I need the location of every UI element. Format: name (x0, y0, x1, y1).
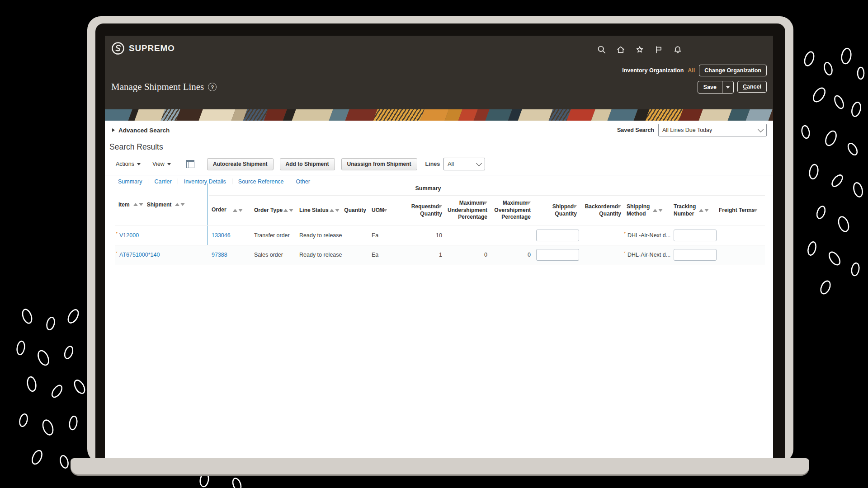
sort-arrows-icon[interactable] (133, 203, 143, 206)
change-organization-button[interactable]: Change Organization (699, 65, 767, 76)
sort-arrows-icon[interactable] (283, 209, 293, 212)
sort-descending-icon[interactable] (753, 209, 758, 212)
sort-descending-icon[interactable] (483, 202, 487, 205)
sort-arrows-icon[interactable] (330, 209, 340, 212)
doodle-ellipse (833, 94, 845, 110)
column-header-max_undershipment[interactable]: MaximumUndershipmentPercentage (445, 200, 490, 221)
column-header-lines: ShippingMethod (627, 203, 650, 217)
sort-descending-icon[interactable] (383, 209, 387, 212)
sort-ascending-icon[interactable] (653, 209, 657, 212)
cell-uom: Ea (369, 232, 391, 239)
help-icon[interactable]: ? (208, 83, 217, 91)
link-order[interactable]: 97388 (212, 252, 227, 258)
sort-arrows-icon[interactable] (653, 209, 663, 212)
sort-descending-icon[interactable] (289, 209, 293, 212)
sort-descending-icon[interactable] (139, 203, 143, 206)
sort-descending-icon[interactable] (238, 209, 243, 212)
item-link[interactable]: AT6751000*140* (118, 252, 160, 258)
autocreate-shipment-button[interactable]: Autocreate Shipment (207, 158, 274, 170)
sort-arrows-icon[interactable] (233, 209, 243, 212)
column-header-line: Percentage (458, 214, 487, 221)
sort-ascending-icon[interactable] (432, 205, 437, 208)
sort-ascending-icon[interactable] (521, 202, 525, 205)
sort-ascending-icon[interactable] (477, 202, 482, 205)
sort-ascending-icon[interactable] (567, 205, 571, 208)
sort-ascending-icon[interactable] (133, 203, 138, 206)
sort-descending-icon[interactable] (704, 209, 709, 212)
doodle-ellipse (30, 449, 44, 466)
sort-descending-icon[interactable] (438, 205, 442, 208)
sort-descending-icon[interactable] (572, 205, 577, 208)
unassign-from-shipment-button[interactable]: Unassign from Shipment (341, 158, 417, 170)
home-icon[interactable] (616, 45, 626, 55)
sort-arrows-icon[interactable] (611, 205, 621, 208)
cancel-button[interactable]: Cancel (737, 81, 767, 93)
chevron-down-icon (726, 86, 730, 89)
sort-ascending-icon[interactable] (699, 209, 703, 212)
sort-arrows-icon[interactable] (432, 205, 442, 208)
column-header-item[interactable]: Item (118, 202, 130, 208)
table-grid-icon[interactable] (186, 160, 194, 168)
sort-ascending-icon[interactable] (377, 209, 382, 212)
sort-arrows-icon[interactable] (175, 203, 185, 206)
sort-arrows-icon[interactable] (377, 209, 387, 212)
column-header-line_status[interactable]: Line Status (297, 207, 344, 214)
favorites-star-icon[interactable] (635, 45, 645, 55)
sort-ascending-icon[interactable] (175, 203, 179, 206)
column-header-max_overshipment[interactable]: MaximumOvershipmentPercentage (490, 200, 533, 221)
column-header-shipped_quantity[interactable]: ShippedQuantity (533, 203, 580, 217)
sort-descending-icon[interactable] (180, 203, 185, 206)
column-header-tracking_number[interactable]: TrackingNumber (671, 203, 716, 217)
actions-menu[interactable]: Actions (116, 161, 141, 167)
column-header-shipping_method[interactable]: ShippingMethod (624, 203, 671, 217)
text-shipping_method: DHL-Air-Next d... (627, 252, 670, 258)
column-header-order[interactable]: Order (209, 206, 251, 214)
input-tracking_number[interactable] (674, 249, 717, 261)
column-header-lines: Freight Terms (719, 207, 757, 214)
save-button[interactable]: Save (698, 81, 722, 93)
doodle-ellipse (59, 455, 70, 469)
flag-icon[interactable] (654, 45, 664, 55)
sort-descending-icon[interactable] (335, 209, 340, 212)
save-dropdown-arrow[interactable] (722, 81, 733, 93)
doodle-ellipse (827, 250, 842, 267)
text-uom: Ea (372, 252, 378, 258)
input-shipped_quantity[interactable] (536, 249, 579, 261)
banner-segment (372, 109, 425, 121)
column-header-freight_terms[interactable]: Freight Terms (716, 207, 760, 214)
sort-ascending-icon[interactable] (283, 209, 288, 212)
column-header-uom[interactable]: UOM (369, 207, 391, 214)
link-order[interactable]: 133046 (212, 232, 231, 239)
column-header-flex: ShippingMethod (627, 203, 668, 217)
column-header-backordered_quantity[interactable]: BackorderedQuantity (580, 203, 624, 217)
sort-ascending-icon[interactable] (330, 209, 334, 212)
inventory-organization-label: Inventory Organization (622, 67, 684, 74)
sort-ascending-icon[interactable] (748, 209, 752, 212)
sort-arrows-icon[interactable] (477, 202, 487, 205)
sort-arrows-icon[interactable] (567, 205, 577, 208)
sort-arrows-icon[interactable] (521, 202, 531, 205)
item-link[interactable]: V12000 (118, 232, 139, 239)
doodle-ellipse (824, 129, 838, 147)
saved-search-select[interactable]: All Lines Due Today (658, 124, 767, 136)
lines-select[interactable]: All (443, 158, 485, 170)
sort-descending-icon[interactable] (526, 202, 531, 205)
advanced-search-toggle[interactable]: Advanced Search (112, 127, 170, 134)
toolbar-buttons: Autocreate ShipmentAdd to ShipmentUnassi… (207, 158, 424, 170)
search-icon[interactable] (597, 45, 607, 55)
add-to-shipment-button[interactable]: Add to Shipment (280, 158, 335, 170)
sort-arrows-icon[interactable] (699, 209, 709, 212)
sort-ascending-icon[interactable] (611, 205, 616, 208)
input-tracking_number[interactable] (674, 230, 717, 241)
column-header-shipment[interactable]: Shipment (147, 202, 172, 208)
input-shipped_quantity[interactable] (536, 230, 579, 241)
column-header-order_type[interactable]: Order Type (251, 207, 297, 214)
view-menu[interactable]: View (152, 161, 171, 167)
column-header-requested_quantity[interactable]: RequestedQuantity (391, 203, 445, 217)
doodle-ellipse (69, 416, 78, 430)
sort-descending-icon[interactable] (658, 209, 663, 212)
notifications-bell-icon[interactable] (673, 45, 683, 55)
sort-descending-icon[interactable] (617, 205, 621, 208)
sort-arrows-icon[interactable] (748, 209, 758, 212)
sort-ascending-icon[interactable] (233, 209, 237, 212)
